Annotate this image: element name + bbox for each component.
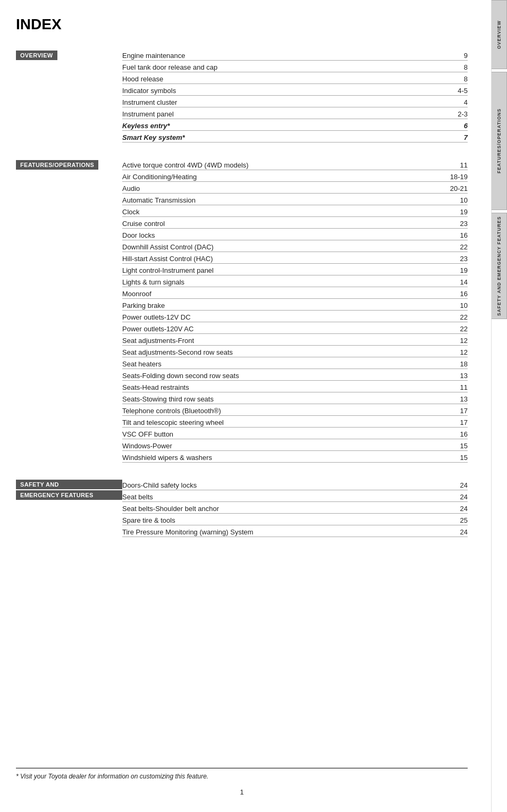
entry-name: Air Conditioning/Heating [122,173,446,181]
entry-name: Light control-Instrument panel [122,266,446,274]
entry-page: 13 [446,372,468,380]
entry-name: Parking brake [122,302,446,309]
entry-name: Active torque control 4WD (4WD models) [122,161,446,169]
safety-entries: Doors-Child safety locks 24 Seat belts 2… [122,479,468,537]
tab-safety-label: SAFETY AND EMERGENCY FEATURES [496,216,502,315]
table-row: Seats-Head restraints 11 [122,381,468,392]
entry-name: Doors-Child safety locks [122,481,446,489]
entry-page: 22 [446,325,468,333]
tab-features-operations[interactable]: FEATURES/OPERATIONS [492,72,507,210]
entry-page: 4-5 [446,87,468,95]
table-row: Smart Key system* 7 [122,131,468,143]
entry-page: 16 [446,430,468,438]
entry-name: Power outlets-12V DC [122,313,446,321]
entry-page: 19 [446,266,468,274]
entry-page: 6 [446,122,468,130]
entry-name: Tire Pressure Monitoring (warning) Syste… [122,528,446,536]
entry-name: Windshield wipers & washers [122,454,446,462]
entry-name: Seat belts [122,493,446,501]
table-row: Seat adjustments-Second row seats 12 [122,346,468,357]
entry-name: Seat belts-Shoulder belt anchor [122,505,446,513]
entry-name: Instrument cluster [122,98,446,106]
overview-entries: Engine maintenance 9 Fuel tank door rele… [122,49,468,143]
entry-page: 4 [446,98,468,106]
entry-name: VSC OFF button [122,430,446,438]
features-label: FEATURES/OPERATIONS [16,160,98,170]
entry-name: Seats-Head restraints [122,383,446,391]
table-row: Hood release 8 [122,72,468,84]
table-row: Doors-Child safety locks 24 [122,479,468,490]
entry-page: 17 [446,407,468,415]
features-section: FEATURES/OPERATIONS Active torque contro… [16,158,468,463]
entry-name: Indicator symbols [122,87,446,95]
entry-name: Clock [122,208,446,216]
entry-name: Instrument panel [122,110,446,118]
entry-page: 11 [446,161,468,169]
table-row: Parking brake 10 [122,299,468,311]
entry-name: Door locks [122,231,446,239]
table-row: Engine maintenance 9 [122,49,468,61]
entry-page: 12 [446,337,468,345]
page-title: INDEX [16,16,468,33]
table-row: Tilt and telescopic steering wheel 17 [122,416,468,428]
entry-page: 2-3 [446,110,468,118]
table-row: VSC OFF button 16 [122,428,468,439]
entry-page: 8 [446,75,468,83]
table-row: Automatic Transmission 10 [122,194,468,205]
entry-page: 12 [446,348,468,356]
tab-safety-emergency[interactable]: SAFETY AND EMERGENCY FEATURES [492,213,507,319]
entry-page: 23 [446,255,468,263]
table-row: Moonroof 16 [122,287,468,299]
entry-name: Seat heaters [122,360,446,368]
entry-page: 10 [446,196,468,204]
entry-page: 15 [446,454,468,462]
table-row: Power outlets-120V AC 22 [122,322,468,334]
entry-name: Engine maintenance [122,52,446,60]
entry-page: 16 [446,290,468,298]
table-row: Power outlets-12V DC 22 [122,311,468,322]
tab-overview[interactable]: OVERVIEW [492,0,507,69]
overview-section: OVERVIEW Engine maintenance 9 Fuel tank … [16,49,468,143]
strip-spacer [492,322,507,812]
table-row: Instrument panel 2-3 [122,107,468,119]
table-row: Windshield wipers & washers 15 [122,451,468,463]
entry-page: 18-19 [446,173,468,181]
entry-page: 22 [446,243,468,251]
entry-name: Power outlets-120V AC [122,325,446,333]
entry-name: Telephone controls (Bluetooth®) [122,407,446,415]
right-tab-strip: OVERVIEW FEATURES/OPERATIONS SAFETY AND … [491,0,507,812]
page-footer: * Visit your Toyota dealer for informati… [16,768,468,796]
table-row: Downhill Assist Control (DAC) 22 [122,240,468,252]
table-row: Seat belts-Shoulder belt anchor 24 [122,502,468,514]
entry-page: 24 [446,528,468,536]
table-row: Seat adjustments-Front 12 [122,334,468,346]
entry-page: 14 [446,278,468,286]
table-row: Fuel tank door release and cap 8 [122,61,468,72]
entry-page: 24 [446,505,468,513]
table-row: Seats-Stowing third row seats 13 [122,392,468,404]
entry-name: Hood release [122,75,446,83]
entry-name: Seats-Stowing third row seats [122,395,446,403]
entry-name: Hill-start Assist Control (HAC) [122,255,446,263]
table-row: Windows-Power 15 [122,439,468,451]
table-row: Telephone controls (Bluetooth®) 17 [122,404,468,416]
features-entries: Active torque control 4WD (4WD models) 1… [122,158,468,463]
entry-page: 15 [446,442,468,450]
entry-name: Seat adjustments-Front [122,337,446,345]
entry-page: 8 [446,63,468,71]
entry-page: 11 [446,383,468,391]
entry-name: Seats-Folding down second row seats [122,372,446,380]
safety-label-container: SAFETY AND EMERGENCY FEATURES [16,479,122,537]
entry-page: 9 [446,52,468,60]
table-row: Spare tire & tools 25 [122,514,468,525]
entry-page: 10 [446,302,468,309]
safety-label-line1: SAFETY AND [16,480,122,489]
entry-page: 25 [446,516,468,524]
main-content: INDEX OVERVIEW Engine maintenance 9 Fuel… [0,0,489,812]
table-row: Audio 20-21 [122,182,468,194]
table-row: Door locks 16 [122,229,468,240]
entry-name: Lights & turn signals [122,278,446,286]
entry-page: 13 [446,395,468,403]
table-row: Seat heaters 18 [122,357,468,369]
page-container: INDEX OVERVIEW Engine maintenance 9 Fuel… [0,0,507,812]
